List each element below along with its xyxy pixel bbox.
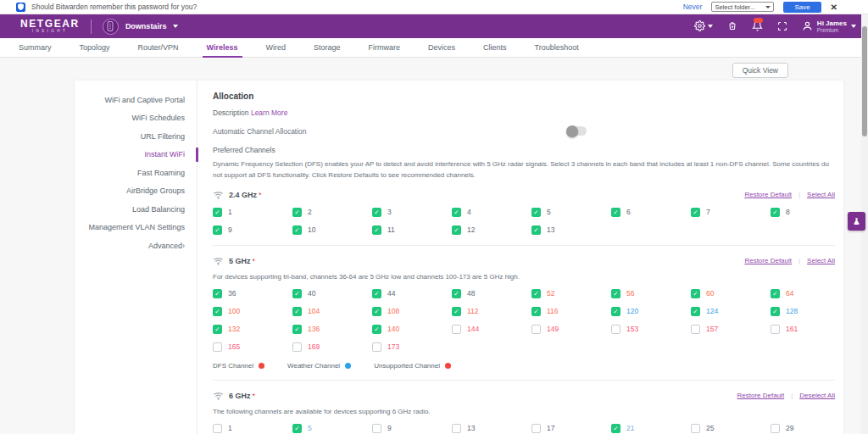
- channel-5ghz-108[interactable]: ✓108: [372, 307, 452, 316]
- checkbox-checked[interactable]: ✓: [292, 289, 302, 298]
- channel-2-4ghz-1[interactable]: ✓1: [213, 208, 292, 217]
- notifications-button[interactable]: [752, 20, 763, 31]
- checkbox-unchecked[interactable]: [452, 325, 461, 334]
- checkbox-checked[interactable]: ✓: [531, 225, 541, 235]
- channel-5ghz-173[interactable]: 173: [372, 342, 452, 352]
- checkbox-checked[interactable]: ✓: [611, 208, 620, 217]
- channel-5ghz-104[interactable]: ✓104: [292, 307, 372, 316]
- channel-5ghz-116[interactable]: ✓116: [531, 307, 611, 316]
- channel-5ghz-48[interactable]: ✓48: [452, 289, 531, 298]
- channel-5ghz-169[interactable]: 169: [292, 342, 372, 352]
- checkbox-checked[interactable]: ✓: [292, 325, 302, 334]
- deselect-all-link[interactable]: Deselect All: [799, 392, 835, 399]
- channel-5ghz-36[interactable]: ✓36: [213, 289, 292, 298]
- channel-2-4ghz-5[interactable]: ✓5: [531, 208, 611, 217]
- location-selector[interactable]: Downstairs: [103, 19, 179, 35]
- channel-2-4ghz-7[interactable]: ✓7: [691, 208, 771, 217]
- select-all-link[interactable]: Select All: [807, 257, 835, 264]
- sidebar-item-airbridge-groups[interactable]: AirBridge Groups: [75, 182, 197, 201]
- checkbox-checked[interactable]: ✓: [452, 208, 461, 217]
- restore-default-link[interactable]: Restore Default: [744, 191, 792, 198]
- sidebar-item-instant-wifi[interactable]: Instant WiFi: [75, 146, 197, 164]
- channel-5ghz-153[interactable]: 153: [611, 325, 691, 334]
- channel-2-4ghz-8[interactable]: ✓8: [771, 208, 843, 217]
- close-icon[interactable]: ✕: [831, 3, 837, 12]
- checkbox-unchecked[interactable]: [771, 325, 780, 334]
- sidebar-item-load-balancing[interactable]: Load Balancing: [75, 200, 197, 219]
- channel-5ghz-136[interactable]: ✓136: [292, 325, 372, 334]
- restore-default-link[interactable]: Restore Default: [744, 257, 792, 264]
- settings-menu-button[interactable]: [694, 20, 713, 31]
- checkbox-checked[interactable]: ✓: [452, 225, 461, 235]
- channel-2-4ghz-10[interactable]: ✓10: [292, 225, 372, 235]
- channel-6ghz-1[interactable]: 1: [213, 424, 292, 433]
- checkbox-checked[interactable]: ✓: [372, 325, 381, 334]
- auto-allocation-toggle[interactable]: [567, 126, 587, 136]
- tab-wired[interactable]: Wired: [266, 38, 287, 57]
- channel-2-4ghz-12[interactable]: ✓12: [452, 225, 531, 235]
- channel-5ghz-144[interactable]: 144: [452, 325, 531, 334]
- checkbox-unchecked[interactable]: [292, 342, 302, 352]
- channel-2-4ghz-2[interactable]: ✓2: [292, 208, 372, 217]
- channel-5ghz-165[interactable]: 165: [213, 342, 292, 352]
- checkbox-checked[interactable]: ✓: [691, 208, 700, 217]
- tab-storage[interactable]: Storage: [314, 38, 341, 57]
- checkbox-checked[interactable]: ✓: [611, 424, 620, 433]
- channel-6ghz-5[interactable]: ✓5: [292, 424, 372, 433]
- restore-default-link[interactable]: Restore Default: [737, 392, 785, 399]
- channel-6ghz-25[interactable]: 25: [691, 424, 771, 433]
- store-button[interactable]: [727, 20, 737, 31]
- bitwarden-never-button[interactable]: Never: [683, 3, 703, 11]
- channel-5ghz-132[interactable]: ✓132: [213, 325, 292, 334]
- checkbox-unchecked[interactable]: [452, 424, 461, 433]
- channel-2-4ghz-3[interactable]: ✓3: [372, 208, 452, 217]
- channel-2-4ghz-6[interactable]: ✓6: [611, 208, 691, 217]
- checkbox-checked[interactable]: ✓: [531, 307, 541, 316]
- checkbox-unchecked[interactable]: [372, 424, 381, 433]
- checkbox-checked[interactable]: ✓: [771, 289, 780, 298]
- checkbox-checked[interactable]: ✓: [292, 225, 302, 235]
- sidebar-item-url-filtering[interactable]: URL Filtering: [75, 127, 197, 146]
- channel-6ghz-9[interactable]: 9: [372, 424, 452, 433]
- checkbox-checked[interactable]: ✓: [372, 289, 381, 298]
- channel-5ghz-120[interactable]: ✓120: [611, 307, 691, 316]
- channel-5ghz-128[interactable]: ✓128: [771, 307, 843, 316]
- channel-5ghz-56[interactable]: ✓56: [611, 289, 691, 298]
- channel-2-4ghz-11[interactable]: ✓11: [372, 225, 452, 235]
- checkbox-checked[interactable]: ✓: [531, 208, 541, 217]
- channel-5ghz-140[interactable]: ✓140: [372, 325, 452, 334]
- tab-router-vpn[interactable]: Router/VPN: [138, 38, 179, 57]
- channel-5ghz-124[interactable]: ✓124: [691, 307, 771, 316]
- checkbox-checked[interactable]: ✓: [771, 307, 780, 316]
- checkbox-unchecked[interactable]: [213, 342, 222, 352]
- checkbox-checked[interactable]: ✓: [691, 307, 700, 316]
- checkbox-checked[interactable]: ✓: [372, 225, 381, 235]
- checkbox-unchecked[interactable]: [691, 424, 700, 433]
- scrollbar-thumb[interactable]: [862, 26, 867, 136]
- quick-view-button[interactable]: Quick View: [732, 63, 788, 78]
- channel-5ghz-60[interactable]: ✓60: [691, 289, 771, 298]
- checkbox-checked[interactable]: ✓: [292, 307, 302, 316]
- checkbox-unchecked[interactable]: [372, 342, 381, 352]
- checkbox-checked[interactable]: ✓: [372, 307, 381, 316]
- channel-6ghz-21[interactable]: ✓21: [611, 424, 691, 433]
- channel-5ghz-157[interactable]: 157: [691, 325, 771, 334]
- checkbox-checked[interactable]: ✓: [292, 208, 302, 217]
- checkbox-checked[interactable]: ✓: [213, 208, 222, 217]
- channel-6ghz-13[interactable]: 13: [452, 424, 531, 433]
- tab-wireless[interactable]: Wireless: [207, 38, 238, 57]
- checkbox-checked[interactable]: ✓: [531, 289, 541, 298]
- checkbox-checked[interactable]: ✓: [213, 325, 222, 334]
- tab-devices[interactable]: Devices: [428, 38, 455, 57]
- checkbox-unchecked[interactable]: [771, 424, 780, 433]
- tab-topology[interactable]: Topology: [80, 38, 110, 57]
- checkbox-checked[interactable]: ✓: [452, 307, 461, 316]
- checkbox-checked[interactable]: ✓: [771, 208, 780, 217]
- checkbox-unchecked[interactable]: [213, 424, 222, 433]
- channel-2-4ghz-13[interactable]: ✓13: [531, 225, 611, 235]
- tab-troubleshoot[interactable]: Troubleshoot: [535, 38, 579, 57]
- checkbox-unchecked[interactable]: [691, 325, 700, 334]
- checkbox-unchecked[interactable]: [531, 424, 541, 433]
- channel-6ghz-29[interactable]: 29: [771, 424, 843, 433]
- bitwarden-folder-select[interactable]: Select folder...: [711, 2, 774, 12]
